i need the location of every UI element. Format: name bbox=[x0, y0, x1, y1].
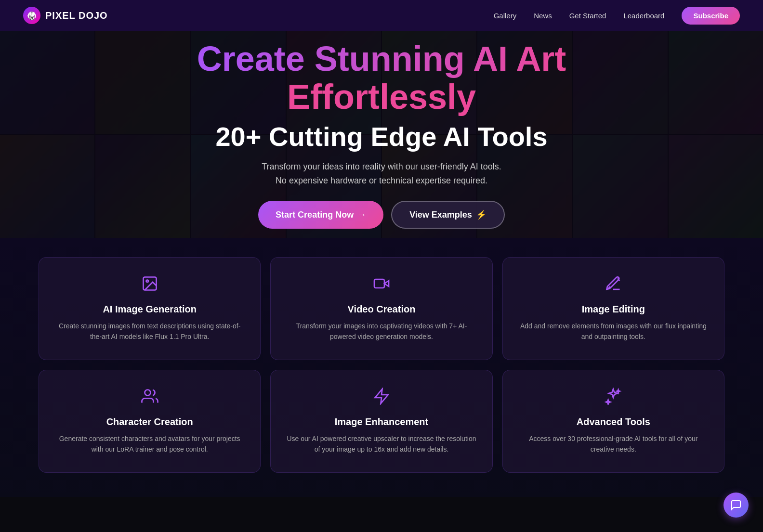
feature-title-character: Character Creation bbox=[54, 416, 245, 428]
hero-description: Transform your ideas into reality with o… bbox=[237, 160, 526, 188]
features-section: AI Image Generation Create stunning imag… bbox=[0, 238, 763, 497]
nav-gallery[interactable]: Gallery bbox=[494, 12, 517, 20]
feature-desc-ai-image: Create stunning images from text descrip… bbox=[54, 321, 245, 342]
feature-desc-editing: Add and remove elements from images with… bbox=[518, 321, 709, 342]
features-grid: AI Image Generation Create stunning imag… bbox=[39, 257, 724, 473]
zap-icon bbox=[286, 388, 476, 409]
video-icon bbox=[286, 275, 476, 296]
start-creating-button[interactable]: Start Creating Now → bbox=[258, 201, 383, 229]
feature-card-character: Character Creation Generate consistent c… bbox=[39, 370, 261, 473]
image-icon bbox=[54, 275, 245, 296]
feature-desc-video: Transform your images into captivating v… bbox=[286, 321, 476, 342]
hero-desc-line1: Transform your ideas into reality with o… bbox=[262, 162, 501, 171]
svg-point-1 bbox=[146, 280, 148, 283]
logo[interactable]: 🥋 PIXEL DOJO bbox=[23, 7, 108, 24]
nav-leaderboard[interactable]: Leaderboard bbox=[623, 12, 664, 20]
arrow-icon: → bbox=[357, 210, 366, 220]
feature-title-advanced: Advanced Tools bbox=[518, 416, 709, 428]
feature-card-editing: Image Editing Add and remove elements fr… bbox=[502, 257, 724, 360]
hero-title-line2: Effortlessly bbox=[197, 78, 566, 116]
chat-button[interactable] bbox=[724, 493, 749, 518]
hero-section: Create Stunning AI Art Effortlessly 20+ … bbox=[0, 31, 763, 238]
feature-desc-enhancement: Use our AI powered creative upscaler to … bbox=[286, 433, 476, 455]
feature-desc-advanced: Access over 30 professional-grade AI too… bbox=[518, 433, 709, 455]
nav-links: Gallery News Get Started Leaderboard Sub… bbox=[494, 7, 740, 25]
feature-card-video: Video Creation Transform your images int… bbox=[270, 257, 492, 360]
feature-title-enhancement: Image Enhancement bbox=[286, 416, 476, 428]
edit-icon bbox=[518, 275, 709, 296]
lightning-icon: ⚡ bbox=[476, 209, 487, 220]
feature-card-advanced: Advanced Tools Access over 30 profession… bbox=[502, 370, 724, 473]
feature-card-ai-image: AI Image Generation Create stunning imag… bbox=[39, 257, 261, 360]
feature-title-editing: Image Editing bbox=[518, 304, 709, 315]
hero-buttons: Start Creating Now → View Examples ⚡ bbox=[197, 201, 566, 229]
feature-title-ai-image: AI Image Generation bbox=[54, 304, 245, 315]
nav-get-started[interactable]: Get Started bbox=[569, 12, 606, 20]
feature-card-enhancement: Image Enhancement Use our AI powered cre… bbox=[270, 370, 492, 473]
nav-news[interactable]: News bbox=[534, 12, 552, 20]
view-examples-button[interactable]: View Examples ⚡ bbox=[391, 201, 505, 229]
hero-title-line1: Create Stunning AI Art bbox=[197, 40, 566, 78]
subscribe-button[interactable]: Subscribe bbox=[682, 7, 740, 25]
logo-icon: 🥋 bbox=[23, 7, 40, 24]
svg-point-6 bbox=[145, 389, 150, 395]
feature-title-video: Video Creation bbox=[286, 304, 476, 315]
hero-content: Create Stunning AI Art Effortlessly 20+ … bbox=[197, 40, 566, 229]
sparkles-icon bbox=[518, 388, 709, 409]
svg-marker-7 bbox=[375, 389, 388, 403]
logo-text: PIXEL DOJO bbox=[45, 10, 108, 21]
hero-desc-line2: No expensive hardware or technical exper… bbox=[276, 176, 487, 185]
users-icon bbox=[54, 388, 245, 409]
feature-desc-character: Generate consistent characters and avata… bbox=[54, 433, 245, 455]
chat-icon bbox=[730, 499, 742, 511]
svg-rect-2 bbox=[374, 279, 384, 288]
hero-subtitle: 20+ Cutting Edge AI Tools bbox=[197, 121, 566, 152]
navbar: 🥋 PIXEL DOJO Gallery News Get Started Le… bbox=[0, 0, 763, 31]
